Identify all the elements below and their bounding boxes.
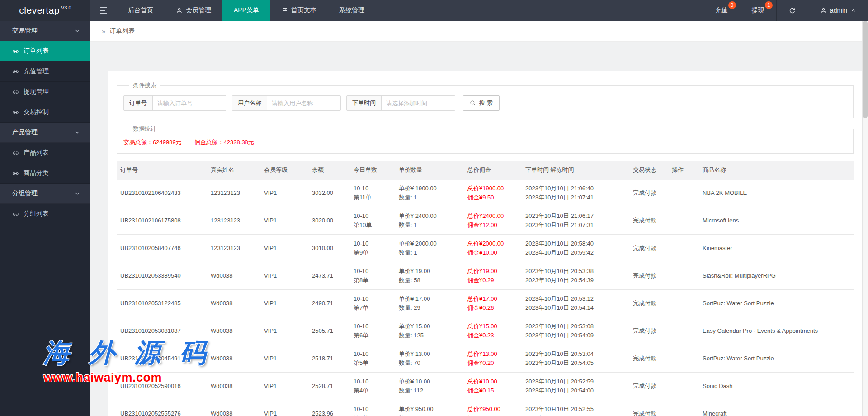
cell-real-name: Wd0038 [207, 317, 260, 345]
refresh-button[interactable] [776, 0, 808, 21]
top-menu: 后台首页 会员管理 APP菜单 首页文本 系统管理 [117, 0, 376, 21]
chevron-down-icon [74, 28, 80, 34]
sidebar-item[interactable]: 交易管理 [0, 21, 90, 41]
user-name: admin [830, 7, 847, 14]
sidebar-item[interactable]: 提现管理 [0, 82, 90, 102]
column-header: 下单时间 解冻时间 [522, 161, 629, 180]
navbar-action-label: 提现 [752, 6, 764, 14]
cell-times: 2023年10月10日 20:52:55 2023年10月10日 20:53:5… [522, 400, 629, 416]
top-menu-item[interactable]: 会员管理 [165, 0, 222, 21]
sidebar-item[interactable]: 交易控制 [0, 102, 90, 123]
top-menu-item-label: APP菜单 [234, 6, 259, 14]
notification-badge: 0 [728, 1, 736, 9]
cell-order-no: UB2310102052555276 [117, 400, 207, 416]
cell-times: 2023年10月10日 20:53:08 2023年10月10日 20:54:0… [522, 317, 629, 345]
cell-total-commission: 总价¥19.00 佣金¥0.29 [464, 262, 522, 290]
navbar-spacer [376, 0, 703, 21]
search-panel: 条件搜索 订单号 用户名称 下单时间 [117, 81, 854, 118]
sidebar-item[interactable]: 商品分类 [0, 163, 90, 184]
top-menu-item[interactable]: 首页文本 [270, 0, 328, 21]
navbar-action-button[interactable]: 提现 1 [740, 0, 776, 21]
hamburger-icon [99, 7, 108, 14]
sidebar-item[interactable]: 分组管理 [0, 184, 90, 204]
search-input[interactable] [267, 96, 340, 110]
search-input[interactable] [153, 96, 226, 110]
navbar-action-button[interactable]: 充值 0 [703, 0, 740, 21]
cell-real-name: Wd0038 [207, 262, 260, 290]
cell-vip-level: VIP1 [260, 373, 308, 400]
search-button-label: 搜 索 [479, 99, 493, 107]
link-icon [12, 170, 19, 177]
sidebar-item[interactable]: 分组列表 [0, 204, 90, 224]
cell-order-no: UB2310102058407746 [117, 235, 207, 262]
search-button[interactable]: 搜 索 [463, 95, 500, 111]
top-menu-item-label: 后台首页 [128, 6, 153, 14]
cell-vip-level: VIP1 [260, 235, 308, 262]
content-card: 条件搜索 订单号 用户名称 下单时间 [108, 71, 862, 416]
cell-product-name: Sonic Dash [699, 373, 854, 400]
cell-action [668, 290, 699, 317]
scrollbar-thumb[interactable] [863, 21, 868, 118]
cell-times: 2023年10月10日 20:53:12 2023年10月10日 20:54:1… [522, 290, 629, 317]
cell-times: 2023年10月10日 20:53:38 2023年10月10日 20:54:3… [522, 262, 629, 290]
column-header: 操作 [668, 161, 699, 180]
sidebar-toggle-button[interactable] [90, 0, 117, 21]
cell-balance: 2528.71 [308, 373, 350, 400]
navbar-actions: 充值 0 提现 1 [703, 0, 776, 21]
search-input[interactable] [382, 96, 455, 110]
top-menu-item[interactable]: 系统管理 [328, 0, 376, 21]
brand-version: V3.0 [61, 5, 71, 10]
cell-status: 完成付款 [629, 180, 668, 207]
search-input-label: 下单时间 [347, 96, 382, 110]
search-input-label: 用户名称 [232, 96, 267, 110]
flag-icon [282, 7, 288, 14]
table-row: UB2310102053122485 Wd0038 VIP1 2490.71 1… [117, 290, 854, 317]
sidebar-item[interactable]: 产品管理 [0, 123, 90, 143]
cell-status: 完成付款 [629, 207, 668, 235]
sidebar-item[interactable]: 充值管理 [0, 61, 90, 82]
link-icon [12, 68, 19, 75]
sidebar-item-label: 订单列表 [24, 47, 49, 55]
search-panel-legend: 条件搜索 [129, 81, 160, 90]
cell-action [668, 373, 699, 400]
cell-times: 2023年10月10日 20:52:59 2023年10月10日 20:54:0… [522, 373, 629, 400]
cell-total-commission: 总价¥2000.00 佣金¥10.00 [464, 235, 522, 262]
column-header: 交易状态 [629, 161, 668, 180]
sidebar-item[interactable]: 产品列表 [0, 143, 90, 163]
cell-times: 2023年10月10日 20:58:40 2023年10月10日 20:59:4… [522, 235, 629, 262]
sidebar: 交易管理 订单列表 充值管理 提现管理 [0, 21, 90, 416]
cell-product-name: Slash&Roll: MultiplayerRPG [699, 262, 854, 290]
column-header: 今日单数 [350, 161, 395, 180]
link-icon [12, 89, 19, 95]
cell-balance: 2523.96 [308, 400, 350, 416]
user-menu[interactable]: admin [808, 0, 868, 21]
cell-order-no: UB2310102053081087 [117, 317, 207, 345]
cell-vip-level: VIP1 [260, 400, 308, 416]
cell-unit-price-qty: 单价¥ 2400.00 数量: 1 [395, 207, 464, 235]
sidebar-item[interactable]: 订单列表 [0, 41, 90, 61]
cell-product-name: Minecraft [699, 400, 854, 416]
cell-product-name: Microsoft lens [699, 207, 854, 235]
column-header: 真实姓名 [207, 161, 260, 180]
cell-action [668, 207, 699, 235]
user-icon [176, 7, 183, 14]
cell-vip-level: VIP1 [260, 317, 308, 345]
table-row: UB2310102053081087 Wd0038 VIP1 2505.71 1… [117, 317, 854, 345]
cell-vip-level: VIP1 [260, 345, 308, 373]
notification-badge: 1 [765, 1, 773, 9]
top-menu-item[interactable]: APP菜单 [222, 0, 270, 21]
orders-table-header: 订单号真实姓名会员等级余额今日单数单价数量总价佣金下单时间 解冻时间交易状态操作… [117, 161, 854, 180]
table-row: UB2310102058407746 123123123 VIP1 3010.0… [117, 235, 854, 262]
link-icon [12, 109, 19, 116]
cell-unit-price-qty: 单价¥ 1900.00 数量: 1 [395, 180, 464, 207]
top-navbar: clevertap V3.0 后台首页 会员管理 APP菜单 首页文本 系统管理 [0, 0, 868, 21]
orders-table-body: UB2310102106402433 123123123 VIP1 3032.0… [117, 180, 854, 416]
stats-panel: 数据统计 交易总额：6249989元佣金总额：42328.38元 [117, 125, 854, 154]
brand-name: clevertap [19, 5, 60, 16]
stats-value: 交易总额：6249989元 [123, 138, 182, 147]
page-title: 订单列表 [109, 27, 135, 35]
cell-order-no: UB2310102106402433 [117, 180, 207, 207]
search-fields: 订单号 用户名称 下单时间 [123, 95, 455, 111]
cell-today-orders: 10-10 第9单 [350, 235, 395, 262]
top-menu-item[interactable]: 后台首页 [117, 0, 165, 21]
